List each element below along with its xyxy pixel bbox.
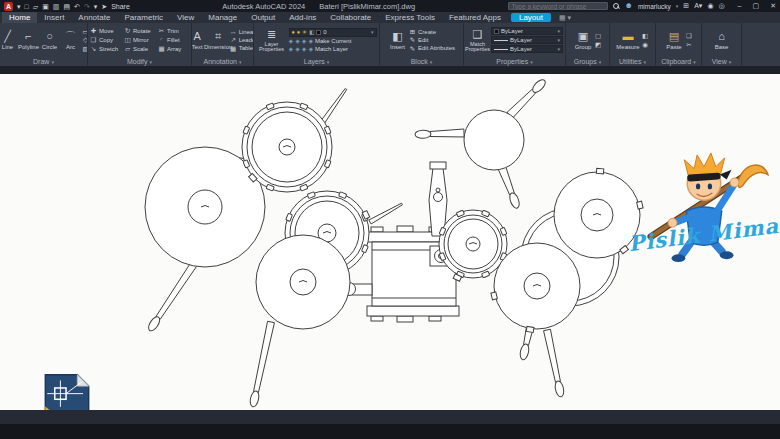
tab-add-ins[interactable]: Add-ins [282,12,323,23]
insert-button[interactable]: ◧Insert [388,30,407,50]
share-icon[interactable]: ➤ [101,3,107,10]
close-button[interactable]: ✕ [770,2,776,10]
property-select-0[interactable]: ByLayer▾ [491,27,563,35]
point-button[interactable]: ◉ [642,41,649,48]
leader-button[interactable]: ↗Leader [230,36,253,43]
stretch-button[interactable]: ↘Stretch [90,45,121,53]
make-current-button[interactable]: ◈◈◈◈Make Current [289,38,377,45]
panel-draw-label[interactable]: Draw▾ [0,57,87,66]
select-chevron-icon[interactable]: ▾ [557,37,560,43]
notifications-icon[interactable]: ◎ [718,2,724,10]
select-chevron-icon[interactable]: ▾ [557,28,560,34]
cut-button[interactable]: ✂ [686,41,693,48]
save-as-icon[interactable]: ▥ [53,3,60,10]
layer-tool-icon[interactable]: ◈ [295,46,300,53]
hatch-button[interactable]: ▨ [82,45,87,52]
panel-annotation-label[interactable]: Annotation▾ [192,57,253,66]
panel-groups-label[interactable]: Groups▾ [566,57,609,66]
tab-collaborate[interactable]: Collaborate [323,12,378,23]
rotate-button[interactable]: ↻Rotate [124,27,155,35]
layer-state-icon[interactable]: ● [297,30,300,36]
edit-button[interactable]: ✎Edit [409,36,455,43]
share-label[interactable]: Share [111,3,130,10]
layer-tool-icon[interactable]: ◈ [289,38,294,45]
autocad-logo-icon[interactable]: A [4,2,13,11]
tab-annotate[interactable]: Annotate [71,12,117,23]
mirror-button[interactable]: ◫Mirror [124,36,155,44]
panel-utilities-label[interactable]: Utilities▾ [610,57,655,66]
select-chevron-icon[interactable]: ▾ [557,46,560,52]
layer-properties-button[interactable]: ≣Layer Properties [257,28,287,53]
panel-properties-label[interactable]: Properties▾ [464,57,565,66]
panel-modify-label[interactable]: Modify▾ [88,57,191,66]
panel-view-label[interactable]: View▾ [702,57,741,66]
app-menu-chevron-icon[interactable]: ▾ [17,3,21,10]
save-icon[interactable]: ▣ [42,3,49,10]
tab-featured-apps[interactable]: Featured Apps [442,12,508,23]
rectangle-button[interactable]: ▭ [82,28,87,35]
dimension-button[interactable]: ⌗Dimension [209,30,228,50]
autodesk-app-icon[interactable]: A▾ [694,2,702,10]
tab-output[interactable]: Output [244,12,282,23]
layer-dropdown[interactable]: ●●☀◧0▾ [289,28,377,37]
undo-icon[interactable]: ↶ [74,3,80,10]
layer-state-icon[interactable]: ☀ [302,30,307,36]
array-button[interactable]: ▦Array [158,45,189,53]
tab-express-tools[interactable]: Express Tools [378,12,442,23]
quick-select-button[interactable]: ◧ [642,32,649,39]
linear-button[interactable]: ↔Linear [230,28,253,35]
layer-state-icon[interactable]: ● [292,30,295,36]
copy-clip-button[interactable]: ❏ [686,32,693,39]
new-file-icon[interactable]: □ [25,3,29,10]
table-button[interactable]: ▦Table [230,45,253,52]
user-name[interactable]: mimarlucky [638,3,671,10]
layer-tool-icon[interactable]: ◈ [302,38,307,45]
group-button[interactable]: ▣Group [574,30,593,50]
layer-tool-icon[interactable]: ◈ [289,46,294,53]
panel-block-label[interactable]: Block▾ [380,57,463,66]
layer-tool-icon[interactable]: ◈ [308,38,313,45]
help-icon[interactable]: ◉ [707,2,713,10]
measure-button[interactable]: ▬Measure [616,30,639,50]
scale-button[interactable]: ▱Scale [124,45,155,53]
user-chevron-icon[interactable]: ▾ [676,3,679,9]
search-input[interactable] [508,2,608,10]
fillet-button[interactable]: ◜Fillet [158,36,189,44]
layer-dropdown-chevron-icon[interactable]: ▾ [371,29,374,35]
ellipse-button[interactable]: ◇ [82,36,87,43]
layer-tool-icon[interactable]: ◈ [302,46,307,53]
property-select-2[interactable]: ByLayer▾ [491,45,563,53]
tab-overflow-icon[interactable]: ▦ ▾ [554,12,576,23]
tab-layout[interactable]: Layout [511,13,551,22]
match-properties-button[interactable]: ❑Match Properties [466,28,489,53]
group-edit-button[interactable]: ◩ [595,41,602,48]
drawing-canvas[interactable]: Pislik Mimar .dwg DOWNLOAD [0,74,780,410]
layer-tool-icon[interactable]: ◈ [308,46,313,53]
edit-attributes-button[interactable]: ✎Edit Attributes [409,45,455,52]
tab-parametric[interactable]: Parametric [117,12,170,23]
circle-button[interactable]: ○Circle [40,30,59,50]
redo-icon[interactable]: ↷ [84,3,90,10]
trim-button[interactable]: ✂Trim [158,27,189,35]
arc-button[interactable]: ⌒Arc [61,30,80,50]
plot-icon[interactable]: ▤ [63,3,70,10]
property-select-1[interactable]: ByLayer▾ [491,36,563,44]
tab-view[interactable]: View [170,12,201,23]
user-avatar-icon[interactable]: ☻ [625,2,633,10]
tab-home[interactable]: Home [2,12,37,23]
layer-tool-icon[interactable]: ◈ [295,38,300,45]
paste-button[interactable]: ▤Paste [665,30,684,50]
tab-insert[interactable]: Insert [37,12,71,23]
cart-icon[interactable]: ⊞ [683,2,689,10]
minimize-button[interactable]: – [738,2,742,10]
panel-clipboard-label[interactable]: Clipboard▾ [656,57,701,66]
match-layer-button[interactable]: ◈◈◈◈Match Layer [289,46,377,53]
copy-button[interactable]: ❏Copy [90,36,121,44]
ungroup-button[interactable]: ▢ [595,32,602,39]
layer-state-icon[interactable]: ◧ [309,30,314,36]
line-button[interactable]: ╱Line [0,30,17,50]
move-button[interactable]: ✚Move [90,27,121,35]
maximize-button[interactable]: ▢ [753,2,760,10]
search-icon[interactable] [613,3,620,10]
tab-manage[interactable]: Manage [201,12,244,23]
